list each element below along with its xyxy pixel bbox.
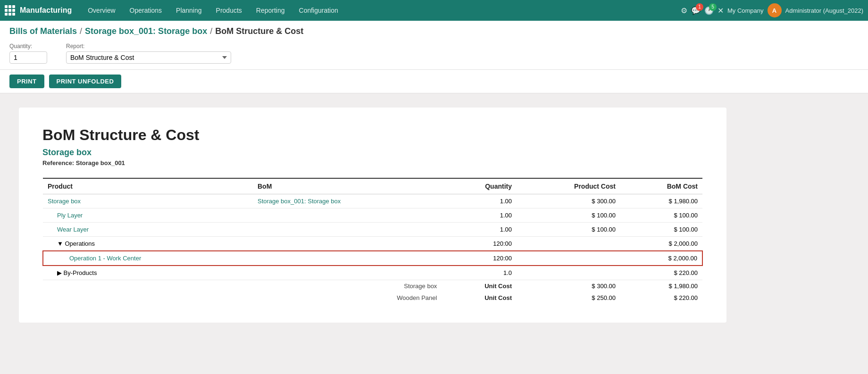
- nav-items: Overview Operations Planning Products Re…: [81, 4, 681, 17]
- cell-bom-cost: $ 100.00: [620, 208, 702, 223]
- topnav-right: ⚙ 💬 1 🕐 5 ✕ My Company A Administrator (…: [681, 3, 863, 17]
- cell-product-cost: [517, 237, 620, 251]
- toolbar: PRINT PRINT UNFOLDED: [0, 70, 868, 93]
- table-header-row: Product BoM Quantity Product Cost BoM Co…: [43, 178, 702, 194]
- cell-product[interactable]: Storage box: [43, 194, 253, 208]
- chat-badge: 1: [696, 3, 703, 11]
- cell-product-cost: $ 100.00: [517, 223, 620, 237]
- table-row: ▼ Operations120:00$ 2,000.00: [43, 237, 702, 251]
- nav-products[interactable]: Products: [209, 4, 249, 17]
- cell-bom[interactable]: Storage box_001: Storage box: [253, 194, 442, 208]
- quantity-group: Quantity:: [9, 43, 47, 64]
- cell-quantity: 120:00: [442, 237, 517, 251]
- cell-product: ▼ Operations: [43, 237, 253, 251]
- cell-product[interactable]: Ply Layer: [43, 208, 253, 223]
- cell-product[interactable]: Wear Layer: [43, 223, 253, 237]
- col-product: Product: [43, 178, 253, 194]
- app-name: Manufacturing: [20, 6, 72, 15]
- print-button[interactable]: PRINT: [9, 75, 44, 88]
- avatar[interactable]: A: [768, 3, 782, 17]
- apps-icon[interactable]: [5, 5, 15, 16]
- admin-name[interactable]: Administrator (August_2022): [785, 7, 863, 14]
- cell-quantity: 1.0: [442, 266, 517, 280]
- col-quantity: Quantity: [442, 178, 517, 194]
- breadcrumb-sep1: /: [80, 26, 82, 36]
- cell-product: ▶ By-Products: [43, 266, 253, 280]
- quantity-label: Quantity:: [9, 43, 47, 50]
- breadcrumb-sep2: /: [210, 26, 212, 36]
- summary-bom-cost: $ 1,980.00: [620, 280, 702, 292]
- cell-bom: [253, 223, 442, 237]
- cell-quantity: 1.00: [442, 223, 517, 237]
- app-brand[interactable]: Manufacturing: [5, 5, 72, 16]
- nav-operations[interactable]: Operations: [123, 4, 168, 17]
- nav-overview[interactable]: Overview: [81, 4, 122, 17]
- summary-row: Wooden PanelUnit Cost$ 250.00$ 220.00: [43, 292, 702, 304]
- summary-bom-cost: $ 220.00: [620, 292, 702, 304]
- table-row: ▶ By-Products1.0$ 220.00: [43, 266, 702, 280]
- cell-product-cost: $ 100.00: [517, 208, 620, 223]
- close-icon[interactable]: ✕: [718, 6, 724, 15]
- report-reference: Reference: Storage box_001: [42, 159, 703, 166]
- top-navigation: Manufacturing Overview Operations Planni…: [0, 0, 868, 21]
- cell-bom: [253, 237, 442, 251]
- col-bom: BoM: [253, 178, 442, 194]
- col-product-cost: Product Cost: [517, 178, 620, 194]
- cell-bom-cost: $ 2,000.00: [620, 251, 702, 266]
- bom-table: Product BoM Quantity Product Cost BoM Co…: [42, 178, 703, 304]
- quantity-input[interactable]: [9, 51, 47, 64]
- report-card: BoM Structure & Cost Storage box Referen…: [19, 108, 726, 323]
- report-title: BoM Structure & Cost: [42, 126, 703, 144]
- cell-bom-cost: $ 220.00: [620, 266, 702, 280]
- cell-quantity: 120:00: [442, 251, 517, 266]
- page-header: Bills of Materials / Storage box_001: St…: [0, 21, 868, 70]
- chat-icon[interactable]: 💬 1: [691, 6, 701, 15]
- header-controls: Quantity: Report: BoM Structure & Cost: [9, 43, 859, 64]
- cell-bom-cost: $ 2,000.00: [620, 237, 702, 251]
- activity-icon[interactable]: 🕐 5: [704, 6, 714, 15]
- summary-label: Storage box: [253, 280, 442, 292]
- cell-bom: [253, 208, 442, 223]
- breadcrumb-storage-box[interactable]: Storage box_001: Storage box: [85, 26, 207, 36]
- summary-unit-cost-label: Unit Cost: [442, 280, 517, 292]
- report-select[interactable]: BoM Structure & Cost: [66, 51, 231, 64]
- activity-badge: 5: [709, 3, 717, 11]
- table-row: Ply Layer1.00$ 100.00$ 100.00: [43, 208, 702, 223]
- report-group: Report: BoM Structure & Cost: [66, 43, 231, 64]
- col-bom-cost: BoM Cost: [620, 178, 702, 194]
- cell-quantity: 1.00: [442, 194, 517, 208]
- nav-configuration[interactable]: Configuration: [292, 4, 345, 17]
- summary-row: Storage boxUnit Cost$ 300.00$ 1,980.00: [43, 280, 702, 292]
- summary-label: Wooden Panel: [253, 292, 442, 304]
- cell-bom: [253, 251, 442, 266]
- cell-bom-cost: $ 1,980.00: [620, 194, 702, 208]
- cell-product[interactable]: Operation 1 - Work Center: [43, 251, 253, 266]
- table-row: Storage boxStorage box_001: Storage box1…: [43, 194, 702, 208]
- print-unfolded-button[interactable]: PRINT UNFOLDED: [49, 75, 122, 88]
- nav-reporting[interactable]: Reporting: [250, 4, 292, 17]
- breadcrumb-current: BoM Structure & Cost: [215, 26, 303, 36]
- breadcrumb-bom[interactable]: Bills of Materials: [9, 26, 77, 36]
- cell-bom: [253, 266, 442, 280]
- report-product-name: Storage box: [42, 148, 703, 158]
- summary-unit-cost-label: Unit Cost: [442, 292, 517, 304]
- cell-quantity: 1.00: [442, 208, 517, 223]
- cell-bom-cost: $ 100.00: [620, 223, 702, 237]
- settings-icon[interactable]: ⚙: [681, 6, 687, 15]
- cell-product-cost: [517, 251, 620, 266]
- summary-empty-1: [43, 280, 253, 292]
- cell-product-cost: $ 300.00: [517, 194, 620, 208]
- cell-product-cost: [517, 266, 620, 280]
- summary-product-cost: $ 300.00: [517, 280, 620, 292]
- table-row: Wear Layer1.00$ 100.00$ 100.00: [43, 223, 702, 237]
- report-label: Report:: [66, 43, 231, 50]
- summary-product-cost: $ 250.00: [517, 292, 620, 304]
- summary-empty-1: [43, 292, 253, 304]
- company-name[interactable]: My Company: [727, 7, 764, 14]
- table-row: Operation 1 - Work Center120:00$ 2,000.0…: [43, 251, 702, 266]
- nav-planning[interactable]: Planning: [169, 4, 209, 17]
- breadcrumb: Bills of Materials / Storage box_001: St…: [9, 26, 859, 36]
- main-content: BoM Structure & Cost Storage box Referen…: [0, 93, 868, 374]
